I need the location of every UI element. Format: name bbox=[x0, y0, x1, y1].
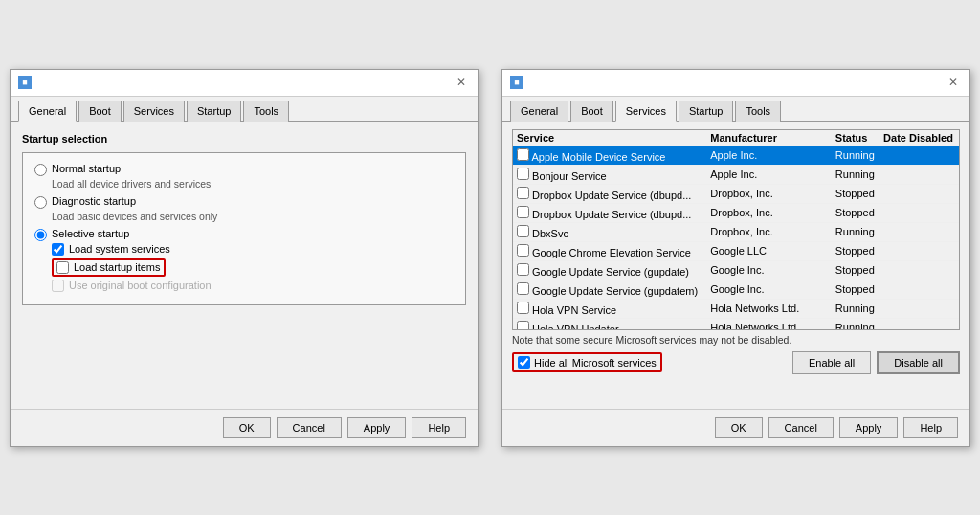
content-services: Service Manufacturer Status Date Disable… bbox=[502, 122, 969, 409]
service-name: Hola VPN Service bbox=[529, 304, 616, 316]
service-manufacturer: Hola Networks Ltd. bbox=[706, 299, 832, 318]
content-general: Startup selection Normal startup Load al… bbox=[11, 122, 478, 409]
close-button-2[interactable]: ✕ bbox=[945, 74, 962, 91]
startup-selection-label: Startup selection bbox=[22, 133, 466, 145]
radio-normal-row: Normal startup bbox=[34, 163, 454, 176]
radio-diagnostic-desc: Load basic devices and services only bbox=[52, 211, 454, 222]
cancel-button-1[interactable]: Cancel bbox=[277, 417, 342, 438]
radio-normal-label: Normal startup bbox=[52, 163, 121, 174]
service-status: Stopped bbox=[832, 241, 880, 260]
table-row[interactable]: Google Update Service (gupdate)Google In… bbox=[513, 260, 959, 280]
checkbox-original-boot-label: Use original boot configuration bbox=[69, 280, 212, 291]
tabs-1: General Boot Services Startup Tools bbox=[11, 97, 478, 122]
service-name: DbxSvc bbox=[529, 228, 568, 239]
service-name: Apple Mobile Device Service bbox=[529, 151, 665, 163]
footer-2: OK Cancel Apply Help bbox=[502, 409, 969, 446]
service-manufacturer: Dropbox, Inc. bbox=[706, 222, 832, 241]
tab-services-1[interactable]: Services bbox=[123, 101, 185, 122]
checkbox-original-boot[interactable] bbox=[52, 280, 64, 292]
service-manufacturer: Dropbox, Inc. bbox=[706, 184, 832, 203]
service-checkbox[interactable] bbox=[517, 168, 529, 180]
service-manufacturer: Google Inc. bbox=[706, 260, 832, 280]
tabs-2: General Boot Services Startup Tools bbox=[502, 97, 969, 122]
ok-button-1[interactable]: OK bbox=[223, 417, 271, 438]
service-checkbox[interactable] bbox=[517, 282, 529, 295]
radio-diagnostic[interactable] bbox=[34, 196, 47, 209]
help-button-1[interactable]: Help bbox=[412, 417, 466, 438]
bottom-row: Hide all Microsoft services Enable all D… bbox=[512, 351, 960, 374]
apply-button-1[interactable]: Apply bbox=[347, 417, 407, 438]
hide-microsoft-checkbox[interactable] bbox=[518, 356, 530, 369]
table-row[interactable]: Dropbox Update Service (dbupd...Dropbox,… bbox=[513, 203, 959, 222]
help-button-2[interactable]: Help bbox=[903, 417, 958, 438]
service-manufacturer: Dropbox, Inc. bbox=[706, 203, 832, 222]
tab-boot-1[interactable]: Boot bbox=[78, 101, 122, 122]
tab-startup-1[interactable]: Startup bbox=[187, 101, 241, 122]
service-status: Running bbox=[832, 299, 880, 318]
table-row[interactable]: DbxSvcDropbox, Inc.Running bbox=[513, 222, 959, 241]
col-status: Status bbox=[832, 130, 880, 146]
ok-button-2[interactable]: OK bbox=[715, 417, 763, 438]
tab-services-2[interactable]: Services bbox=[615, 101, 677, 122]
service-checkbox[interactable] bbox=[517, 206, 529, 218]
table-row[interactable]: Google Chrome Elevation ServiceGoogle LL… bbox=[513, 241, 959, 260]
service-checkbox[interactable] bbox=[517, 302, 529, 314]
table-row[interactable]: Hola VPN UpdaterHola Networks Ltd.Runnin… bbox=[513, 318, 959, 330]
service-checkbox[interactable] bbox=[517, 148, 529, 161]
radio-diagnostic-row: Diagnostic startup bbox=[34, 195, 454, 209]
checkbox-load-startup-row: Load startup items bbox=[52, 258, 454, 277]
footer-1: OK Cancel Apply Help bbox=[11, 409, 478, 446]
service-date bbox=[880, 260, 959, 280]
service-checkbox[interactable] bbox=[517, 225, 529, 237]
service-checkbox[interactable] bbox=[517, 321, 529, 330]
disable-all-button[interactable]: Disable all bbox=[877, 351, 960, 374]
service-date bbox=[880, 241, 959, 260]
hide-microsoft-highlight: Hide all Microsoft services bbox=[512, 352, 662, 372]
checkbox-load-system-row: Load system services bbox=[52, 243, 454, 256]
close-button-1[interactable]: ✕ bbox=[453, 74, 470, 91]
service-date bbox=[880, 146, 959, 165]
radio-selective[interactable] bbox=[34, 229, 47, 241]
tab-general-1[interactable]: General bbox=[18, 101, 77, 122]
tab-general-2[interactable]: General bbox=[510, 101, 568, 122]
service-name: Dropbox Update Service (dbupd... bbox=[529, 209, 691, 220]
service-name: Google Update Service (gupdatem) bbox=[529, 285, 698, 297]
table-row[interactable]: Apple Mobile Device ServiceApple Inc.Run… bbox=[513, 146, 959, 165]
service-checkbox[interactable] bbox=[517, 187, 529, 199]
tab-boot-2[interactable]: Boot bbox=[570, 101, 613, 122]
service-status: Stopped bbox=[832, 203, 880, 222]
services-table-container: Service Manufacturer Status Date Disable… bbox=[512, 129, 960, 330]
service-date bbox=[880, 318, 959, 330]
table-row[interactable]: Google Update Service (gupdatem)Google I… bbox=[513, 280, 959, 299]
enable-all-button[interactable]: Enable all bbox=[792, 351, 871, 374]
apply-button-2[interactable]: Apply bbox=[839, 417, 899, 438]
service-checkbox[interactable] bbox=[517, 263, 529, 276]
service-name: Google Chrome Elevation Service bbox=[529, 247, 691, 258]
service-status: Stopped bbox=[832, 184, 880, 203]
dialog-services: ■ ✕ General Boot Services Startup Tools … bbox=[501, 69, 970, 447]
table-row[interactable]: Bonjour ServiceApple Inc.Running bbox=[513, 165, 959, 184]
cancel-button-2[interactable]: Cancel bbox=[768, 417, 834, 438]
service-checkbox[interactable] bbox=[517, 244, 529, 257]
col-service: Service bbox=[513, 130, 706, 146]
radio-normal[interactable] bbox=[34, 164, 47, 176]
service-status: Running bbox=[832, 146, 880, 165]
table-row[interactable]: Hola VPN ServiceHola Networks Ltd.Runnin… bbox=[513, 299, 959, 318]
service-date bbox=[880, 299, 959, 318]
service-manufacturer: Google LLC bbox=[706, 241, 832, 260]
table-row[interactable]: Dropbox Update Service (dbupd...Dropbox,… bbox=[513, 184, 959, 203]
hide-microsoft-label: Hide all Microsoft services bbox=[534, 357, 657, 369]
service-status: Stopped bbox=[832, 260, 880, 280]
service-manufacturer: Apple Inc. bbox=[706, 146, 832, 165]
tab-tools-1[interactable]: Tools bbox=[243, 101, 289, 122]
tab-startup-2[interactable]: Startup bbox=[679, 101, 733, 122]
checkbox-load-startup[interactable] bbox=[56, 261, 69, 274]
services-table: Service Manufacturer Status Date Disable… bbox=[513, 130, 959, 330]
title-bar-1: ■ ✕ bbox=[11, 70, 478, 97]
col-date-disabled: Date Disabled bbox=[880, 130, 959, 146]
checkbox-load-system[interactable] bbox=[52, 243, 64, 256]
service-date bbox=[880, 222, 959, 241]
tab-tools-2[interactable]: Tools bbox=[735, 101, 781, 122]
radio-normal-desc: Load all device drivers and services bbox=[52, 178, 454, 190]
radio-selective-row: Selective startup bbox=[34, 228, 454, 241]
